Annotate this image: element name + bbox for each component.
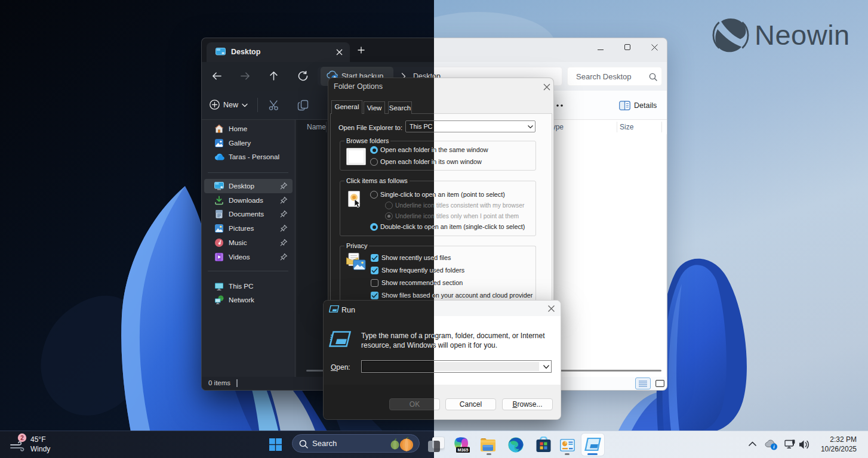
svg-text:2: 2 xyxy=(20,435,24,441)
svg-text:M365: M365 xyxy=(458,447,469,453)
